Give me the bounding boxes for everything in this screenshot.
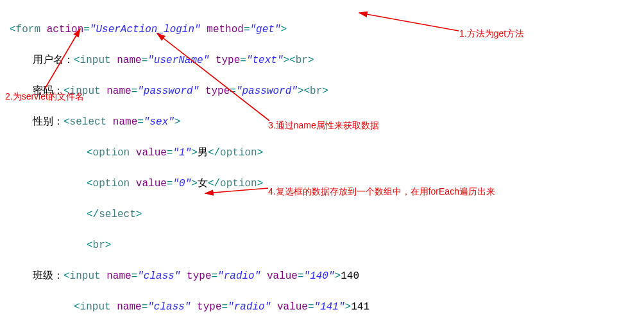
code-line: 密码：<input name="password" type="password… [10, 83, 638, 99]
annotation-1: 1.方法为get方法 [459, 26, 524, 41]
code-line: 班级：<input name="class" type="radio" valu… [10, 268, 638, 284]
code-line: <form action="UserAction_login" method="… [10, 22, 638, 37]
code-line: 用户名：<input name="userName" type="text"><… [10, 53, 638, 68]
code-line: <option value="1">男</option> [10, 145, 638, 161]
code-line: </select> [10, 207, 638, 222]
annotation-4: 4.复选框的数据存放到一个数组中，在用forEach遍历出来 [268, 184, 495, 199]
code-block: <form action="UserAction_login" method="… [10, 6, 638, 323]
annotation-3: 3.通过name属性来获取数据 [268, 118, 379, 133]
annotation-2: 2.为servlet的文件名 [5, 89, 84, 104]
code-line: <input name="class" type="radio" value="… [10, 299, 638, 315]
code-line: <br> [10, 238, 638, 253]
